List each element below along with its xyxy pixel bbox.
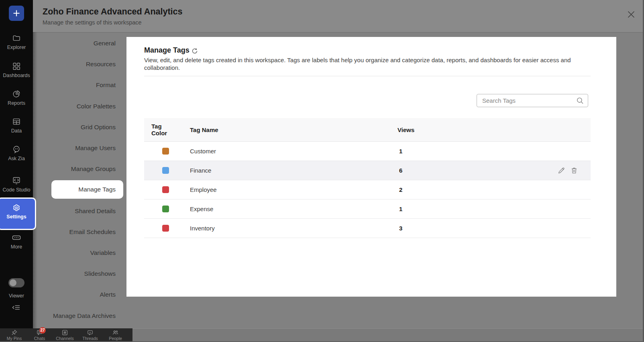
hash-icon bbox=[52, 329, 77, 336]
viewer-toggle-label: Viewer bbox=[0, 293, 33, 299]
dock-item-my-pins[interactable]: My Pins bbox=[2, 328, 27, 342]
settings-menu-item-manage-groups[interactable]: Manage Groups bbox=[33, 159, 123, 179]
header: Zoho Finance Advanced Analytics Manage t… bbox=[33, 0, 644, 33]
code-icon bbox=[0, 176, 33, 185]
tag-views: 3 bbox=[397, 225, 591, 232]
column-header-tag-name: Tag Name bbox=[190, 126, 397, 133]
unread-badge: 27 bbox=[39, 327, 46, 334]
refresh-icon[interactable] bbox=[191, 47, 198, 55]
settings-menu-item-format[interactable]: Format bbox=[33, 75, 123, 96]
tag-color-swatch bbox=[162, 186, 169, 193]
settings-menu: GeneralResourcesFormatColor PalettesGrid… bbox=[33, 32, 123, 328]
people-icon bbox=[103, 329, 128, 336]
tag-name: Expense bbox=[190, 206, 397, 212]
tag-name: Employee bbox=[190, 186, 397, 193]
thread-bubble-icon bbox=[77, 329, 103, 336]
column-header-views: Views bbox=[397, 126, 591, 133]
settings-menu-item-slideshows[interactable]: Slideshows bbox=[33, 263, 123, 284]
ellipsis-icon bbox=[0, 233, 33, 242]
close-icon[interactable] bbox=[627, 10, 636, 19]
tag-name: Inventory bbox=[190, 225, 397, 232]
tag-color-swatch bbox=[162, 225, 169, 232]
settings-menu-item-alerts[interactable]: Alerts bbox=[33, 284, 123, 305]
folder-icon bbox=[0, 34, 33, 43]
sidebar-item-label: More bbox=[11, 244, 22, 250]
search-input[interactable] bbox=[477, 94, 588, 107]
tag-row-customer[interactable]: Customer1 bbox=[144, 142, 591, 161]
edit-tag-icon[interactable] bbox=[557, 167, 565, 175]
column-header-tag-color: Tag Color bbox=[144, 123, 190, 136]
settings-menu-item-manage-users[interactable]: Manage Users bbox=[33, 138, 123, 159]
sidebar-item-label: Ask Zia bbox=[8, 156, 25, 161]
dock-item-label: People bbox=[103, 336, 128, 341]
table-header-row: Tag ColorTag NameViews bbox=[144, 118, 591, 142]
tag-row-employee[interactable]: Employee2 bbox=[144, 180, 591, 200]
sidebar-item-label: Data bbox=[11, 128, 22, 134]
sidebar-item-reports[interactable]: Reports bbox=[0, 90, 33, 106]
sidebar-item-data[interactable]: Data bbox=[0, 117, 33, 134]
panel-description: View, edit, and delete tags created in t… bbox=[144, 56, 580, 71]
dock-item-threads[interactable]: Threads bbox=[77, 328, 103, 342]
tags-table: Tag ColorTag NameViewsCustomer1Finance6E… bbox=[144, 118, 591, 238]
table-icon bbox=[0, 117, 33, 126]
tag-color-swatch bbox=[162, 167, 169, 174]
dock-item-chats[interactable]: Chats27 bbox=[27, 328, 52, 342]
tag-row-finance[interactable]: Finance6 bbox=[144, 161, 591, 180]
sidebar-item-more[interactable]: More bbox=[0, 233, 33, 250]
settings-menu-item-grid-options[interactable]: Grid Options bbox=[33, 117, 123, 138]
collapse-sidebar-icon[interactable] bbox=[11, 303, 22, 312]
chat-smiley-icon bbox=[0, 145, 33, 154]
sidebar-item-label: Explorer bbox=[7, 45, 26, 50]
pie-chart-icon bbox=[0, 90, 33, 99]
delete-tag-icon[interactable] bbox=[570, 167, 578, 175]
settings-menu-item-email-schedules[interactable]: Email Schedules bbox=[33, 222, 123, 242]
tag-row-inventory[interactable]: Inventory3 bbox=[144, 219, 591, 238]
tag-views: 1 bbox=[397, 206, 591, 212]
page-title: Zoho Finance Advanced Analytics bbox=[43, 7, 182, 17]
tag-color-swatch bbox=[162, 206, 169, 212]
sidebar-item-dashboards[interactable]: Dashboards bbox=[0, 62, 33, 78]
dock-item-people[interactable]: People bbox=[103, 328, 128, 342]
gear-icon bbox=[0, 203, 33, 212]
settings-menu-item-manage-tags[interactable]: Manage Tags bbox=[51, 180, 123, 199]
settings-menu-item-general[interactable]: General bbox=[33, 33, 123, 54]
sidebar-item-label: Settings bbox=[6, 214, 26, 220]
tag-row-expense[interactable]: Expense1 bbox=[144, 200, 591, 219]
bottom-bar bbox=[132, 328, 644, 342]
sidebar: Viewer ExplorerDashboardsReportsDataAsk … bbox=[0, 0, 33, 328]
settings-menu-item-color-palettes[interactable]: Color Palettes bbox=[33, 96, 123, 117]
sidebar-item-code-studio[interactable]: Code Studio bbox=[0, 176, 33, 193]
panel-title: Manage Tags bbox=[144, 46, 190, 55]
settings-menu-item-resources[interactable]: Resources bbox=[33, 54, 123, 75]
app-window: Zoho Finance Advanced Analytics Manage t… bbox=[0, 0, 644, 342]
settings-menu-item-manage-data-archives[interactable]: Manage Data Archives bbox=[33, 305, 123, 326]
tag-views: 2 bbox=[397, 186, 591, 193]
sidebar-item-label: Reports bbox=[8, 100, 25, 106]
tag-name: Finance bbox=[190, 167, 397, 174]
sidebar-item-label: Dashboards bbox=[3, 73, 30, 78]
divider bbox=[144, 76, 591, 76]
manage-tags-panel: Manage Tags View, edit, and delete tags … bbox=[126, 37, 616, 297]
dock-item-label: My Pins bbox=[2, 336, 27, 341]
create-button[interactable] bbox=[9, 6, 24, 21]
tag-views: 1 bbox=[397, 148, 591, 155]
sidebar-item-label: Code Studio bbox=[3, 187, 31, 193]
sidebar-item-ask-zia[interactable]: Ask Zia bbox=[0, 145, 33, 161]
page-subtitle: Manage the settings of this workspace bbox=[43, 19, 142, 26]
dock-item-label: Channels bbox=[52, 336, 77, 341]
dock-item-channels[interactable]: Channels bbox=[52, 328, 77, 342]
sidebar-item-explorer[interactable]: Explorer bbox=[0, 34, 33, 50]
settings-menu-item-variables[interactable]: Variables bbox=[33, 242, 123, 263]
pin-icon bbox=[2, 329, 27, 336]
bottom-dock: My PinsChats27ChannelsThreadsPeople bbox=[0, 328, 132, 342]
search-icon[interactable] bbox=[576, 97, 584, 104]
settings-menu-item-shared-details[interactable]: Shared Details bbox=[33, 201, 123, 222]
tag-name: Customer bbox=[190, 148, 397, 155]
viewer-toggle[interactable] bbox=[8, 278, 24, 287]
tag-color-swatch bbox=[162, 148, 169, 155]
dock-item-label: Chats bbox=[27, 336, 52, 341]
dock-item-label: Threads bbox=[77, 336, 103, 341]
search-box bbox=[477, 94, 588, 107]
dashboards-icon bbox=[0, 62, 33, 71]
